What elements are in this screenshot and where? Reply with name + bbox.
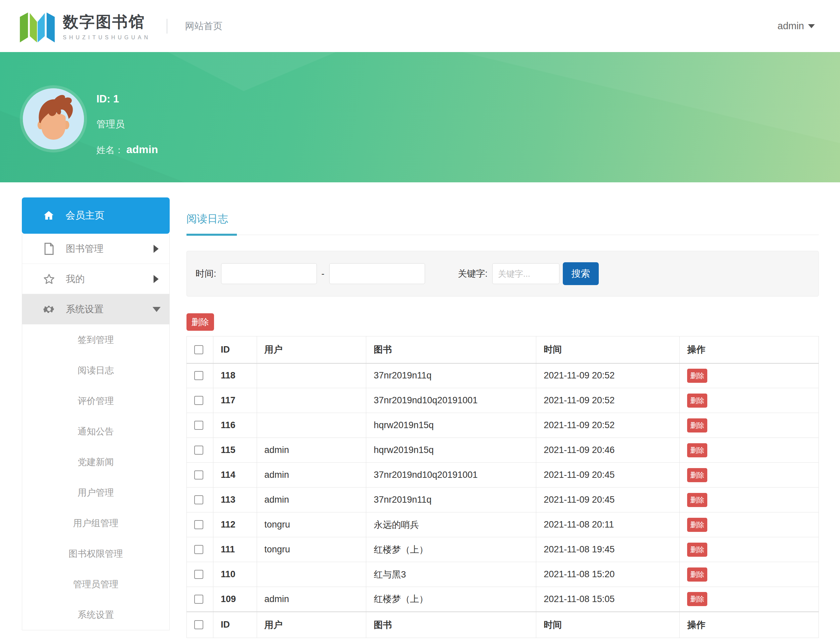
sidebar-item-3[interactable]: 系统设置 [22, 294, 169, 324]
col-header-2: 图书 [366, 612, 536, 638]
row-checkbox[interactable] [194, 445, 203, 455]
row-select-cell [187, 463, 214, 488]
cell-actions: 删除 [680, 463, 819, 488]
cell-actions: 删除 [680, 587, 819, 612]
file-icon [43, 243, 55, 255]
row-checkbox[interactable] [194, 495, 203, 504]
book-logo-icon [19, 10, 56, 43]
user-name-value: admin [126, 143, 158, 156]
sidebar-subitem-3[interactable]: 通知公告 [22, 416, 169, 447]
cell-user [257, 363, 366, 388]
row-select-cell [187, 587, 214, 612]
row-delete-button[interactable]: 删除 [687, 543, 707, 557]
title-underline [186, 235, 819, 235]
header-divider [167, 19, 167, 33]
row-checkbox[interactable] [194, 396, 203, 405]
search-button[interactable]: 搜索 [563, 262, 599, 285]
cell-time: 2021-11-08 20:11 [536, 512, 680, 537]
cell-id: 113 [214, 488, 257, 512]
cell-user: admin [257, 488, 366, 512]
row-delete-button[interactable]: 删除 [687, 468, 707, 482]
sidebar-subitem-9[interactable]: 系统设置 [22, 599, 169, 630]
cell-time: 2021-11-09 20:52 [536, 413, 680, 438]
col-header-4: 操作 [680, 612, 819, 638]
col-header-2: 图书 [366, 337, 536, 363]
row-delete-button[interactable]: 删除 [687, 443, 707, 457]
sidebar-subitem-8[interactable]: 管理员管理 [22, 569, 169, 599]
col-header-0: ID [214, 612, 257, 638]
cell-book: 37nr2019n11q [366, 488, 536, 512]
col-header-0: ID [214, 337, 257, 363]
row-checkbox[interactable] [194, 570, 203, 579]
row-select-cell [187, 537, 214, 562]
row-delete-button[interactable]: 删除 [687, 567, 707, 582]
time-from-input[interactable] [221, 263, 317, 284]
sidebar-subitem-6[interactable]: 用户组管理 [22, 508, 169, 538]
cell-actions: 删除 [680, 388, 819, 413]
sidebar-item-label: 图书管理 [66, 242, 104, 255]
avatar [23, 88, 84, 149]
reading-log-table: ID用户图书时间操作 11837nr2019n11q2021-11-09 20:… [186, 336, 819, 638]
table-body: 11837nr2019n11q2021-11-09 20:52删除11737nr… [187, 363, 819, 612]
select-all-checkbox[interactable] [194, 345, 203, 354]
cell-book: 红楼梦（上） [366, 587, 536, 612]
col-header-1: 用户 [257, 612, 366, 638]
table-footer-row: ID用户图书时间操作 [187, 612, 819, 638]
star-icon [43, 273, 55, 285]
cell-id: 110 [214, 562, 257, 587]
cell-actions: 删除 [680, 512, 819, 537]
row-delete-button[interactable]: 删除 [687, 394, 707, 408]
cell-time: 2021-11-09 20:45 [536, 488, 680, 512]
search-panel: 时间: - 关键字: 搜索 [186, 251, 819, 297]
sidebar-item-label: 系统设置 [66, 303, 104, 316]
table-row: 114admin37nr2019nd10q201910012021-11-09 … [187, 463, 819, 488]
cell-user [257, 562, 366, 587]
sidebar-item-2[interactable]: 我的 [22, 264, 169, 294]
time-to-input[interactable] [329, 263, 425, 284]
chevron-down-icon [153, 307, 161, 312]
sidebar-item-label: 我的 [66, 273, 84, 285]
cell-id: 117 [214, 388, 257, 413]
sidebar-subitem-4[interactable]: 党建新闻 [22, 447, 169, 477]
chevron-down-icon [808, 24, 815, 28]
row-checkbox[interactable] [194, 545, 203, 554]
table-row: 112tongru永远的哨兵2021-11-08 20:11删除 [187, 512, 819, 537]
sidebar-item-0[interactable]: 会员主页 [22, 197, 170, 234]
row-checkbox[interactable] [194, 421, 203, 430]
cell-book: 红楼梦（上） [366, 537, 536, 562]
cell-id: 114 [214, 463, 257, 488]
row-delete-button[interactable]: 删除 [687, 592, 707, 606]
user-dropdown[interactable]: admin [778, 21, 815, 32]
logo-subtitle: SHUZITUSHUGUAN [63, 35, 150, 41]
logo[interactable]: 数字图书馆 SHUZITUSHUGUAN [19, 10, 150, 43]
time-label: 时间: [196, 268, 217, 280]
profile-banner: ID: 1 管理员 姓名：admin [0, 52, 840, 182]
sidebar-subitem-7[interactable]: 图书权限管理 [22, 538, 169, 569]
row-delete-button[interactable]: 删除 [687, 369, 707, 383]
sidebar-subitem-2[interactable]: 评价管理 [22, 385, 169, 416]
sidebar-item-label: 会员主页 [65, 209, 105, 222]
keyword-input[interactable] [492, 263, 559, 284]
sidebar-subitem-1[interactable]: 阅读日志 [22, 355, 169, 385]
table-row: 110红与黑32021-11-08 15:20删除 [187, 562, 819, 587]
table-row: 113admin37nr2019n11q2021-11-09 20:45删除 [187, 488, 819, 512]
nav-home-link[interactable]: 网站首页 [185, 20, 222, 33]
cell-user: admin [257, 463, 366, 488]
bulk-delete-button[interactable]: 删除 [186, 313, 214, 331]
row-checkbox[interactable] [194, 371, 203, 380]
row-delete-button[interactable]: 删除 [687, 418, 707, 432]
row-checkbox[interactable] [194, 471, 203, 480]
range-separator: - [322, 269, 325, 279]
cell-user [257, 413, 366, 438]
sidebar-item-1[interactable]: 图书管理 [22, 234, 169, 264]
row-checkbox[interactable] [194, 520, 203, 529]
row-checkbox[interactable] [194, 594, 203, 604]
sidebar-items-slot: 图书管理我的系统设置 [22, 234, 169, 324]
sidebar-subitem-5[interactable]: 用户管理 [22, 477, 169, 508]
row-delete-button[interactable]: 删除 [687, 518, 707, 532]
sidebar-subitem-0[interactable]: 签到管理 [22, 324, 169, 355]
cell-id: 115 [214, 438, 257, 463]
top-header: 数字图书馆 SHUZITUSHUGUAN 网站首页 admin [0, 0, 840, 52]
row-delete-button[interactable]: 删除 [687, 493, 707, 507]
select-all-checkbox[interactable] [194, 620, 203, 629]
